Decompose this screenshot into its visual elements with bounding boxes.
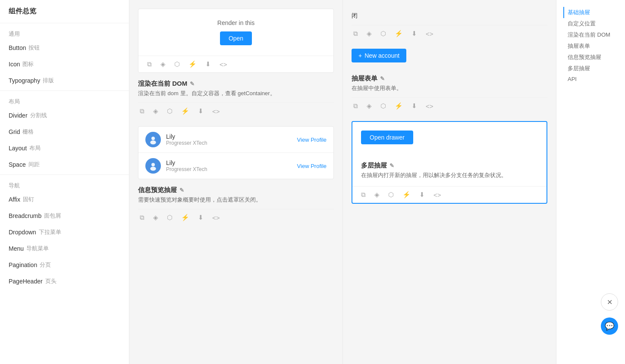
floating-tools: ✕ 💬	[601, 293, 618, 338]
user-item-2: Lily Progresser XTech View Profile	[138, 153, 333, 179]
copy-icon-1[interactable]: ⧉	[145, 59, 154, 69]
codepen-icon-r2[interactable]: ◈	[365, 101, 374, 111]
sidebar-item-affix[interactable]: Affix 固钉	[0, 191, 129, 208]
view-profile-1[interactable]: View Profile	[297, 137, 327, 143]
stackblitz-icon-2[interactable]: ⚡	[179, 106, 191, 116]
new-account-button[interactable]: + New account	[352, 49, 406, 62]
right-nav-drawer-form[interactable]: 抽屉表单	[563, 40, 618, 52]
multi-drawer-body: Open drawer	[352, 122, 546, 156]
code-icon-2[interactable]: <>	[210, 107, 222, 116]
render-current-dom-title: 渲染在当前 DOM ✎	[138, 80, 334, 88]
download-icon-r1[interactable]: ⬇	[410, 29, 419, 38]
codesandbox-icon-2[interactable]: ⬡	[165, 106, 174, 116]
codesandbox-icon-r2[interactable]: ⬡	[379, 101, 388, 111]
download-icon-1[interactable]: ⬇	[204, 59, 213, 69]
render-in-this-footer: ⧉ ◈ ⬡ ⚡ ⬇ <>	[138, 56, 333, 72]
codesandbox-icon-3[interactable]: ⬡	[165, 213, 174, 222]
user-list: Lily Progresser XTech View Profile	[138, 127, 333, 179]
multi-drawer-title: 多层抽屉 ✎	[361, 162, 538, 170]
view-profile-2[interactable]: View Profile	[297, 163, 327, 169]
codepen-icon-r3[interactable]: ◈	[373, 190, 381, 199]
copy-icon-r3[interactable]: ⧉	[359, 190, 367, 199]
sidebar-item-menu[interactable]: Menu 导航菜单	[0, 240, 129, 257]
multi-drawer-edit-icon[interactable]: ✎	[389, 162, 394, 169]
render-current-dom-edit-icon[interactable]: ✎	[190, 81, 195, 87]
download-icon-3[interactable]: ⬇	[196, 213, 205, 222]
user-company-2: Progresser XTech	[166, 166, 297, 172]
user-name-1: Lily	[166, 133, 297, 140]
codesandbox-icon-r3[interactable]: ⬡	[386, 190, 396, 199]
stackblitz-icon-r3[interactable]: ⚡	[401, 190, 412, 199]
copy-icon-2[interactable]: ⧉	[138, 106, 146, 116]
sidebar-section-layout: 布局	[0, 94, 129, 107]
drawer-form-title: 抽屉表单 ✎	[352, 75, 547, 83]
render-in-this-demo-body: Render in this Open	[138, 9, 333, 56]
info-preview-edit-icon[interactable]: ✎	[179, 187, 184, 193]
user-item-1: Lily Progresser XTech View Profile	[138, 127, 333, 153]
download-icon-r2[interactable]: ⬇	[410, 101, 419, 111]
multi-drawer-info: 多层抽屉 ✎ 在抽屉内打开新的抽屉，用以解决多分支任务的复杂状况。	[352, 156, 546, 186]
stackblitz-icon-r1[interactable]: ⚡	[393, 29, 405, 38]
sidebar-item-divider[interactable]: Divider 分割线	[0, 107, 129, 124]
tools-float-button[interactable]: ✕	[601, 293, 618, 311]
info-preview-footer: ⧉ ◈ ⬡ ⚡ ⬇ <>	[138, 209, 334, 226]
codepen-icon-1[interactable]: ◈	[159, 59, 167, 69]
download-icon-2[interactable]: ⬇	[196, 106, 205, 116]
download-icon-r3[interactable]: ⬇	[418, 190, 427, 199]
svg-point-5	[150, 167, 156, 171]
right-nav-basic-drawer[interactable]: 基础抽屉	[563, 7, 618, 18]
sidebar-item-grid[interactable]: Grid 栅格	[0, 124, 129, 140]
right-nav-custom-placement[interactable]: 自定义位置	[563, 18, 618, 29]
sidebar-divider-2	[0, 174, 129, 175]
sidebar-item-breadcrumb[interactable]: Breadcrumb 面包屑	[0, 208, 129, 224]
codepen-icon-2[interactable]: ◈	[151, 106, 160, 116]
code-icon-r3[interactable]: <>	[432, 190, 443, 199]
plus-icon: +	[358, 52, 362, 59]
closed-text: 闭	[352, 9, 547, 25]
open-button[interactable]: Open	[220, 31, 252, 45]
render-current-dom-section: 渲染在当前 DOM ✎ 渲染在当前 dom 里。自定义容器，查看 getCont…	[138, 80, 334, 119]
sidebar-item-pagination[interactable]: Pagination 分页	[0, 257, 129, 273]
right-nav-api[interactable]: API	[563, 74, 618, 84]
copy-icon-r1[interactable]: ⧉	[352, 29, 360, 38]
main-content: Render in this Open ⧉ ◈ ⬡ ⚡ ⬇ <> 渲染在当前 D…	[129, 0, 625, 364]
svg-point-1	[151, 137, 155, 140]
codesandbox-icon-1[interactable]: ⬡	[173, 59, 182, 69]
sidebar-item-pageheader[interactable]: PageHeader 页头	[0, 273, 129, 289]
info-preview-desc: 需要快速预览对象概要时使用，点击遮罩区关闭。	[138, 196, 334, 204]
new-account-demo: + New account	[352, 42, 547, 68]
open-drawer-button[interactable]: Open drawer	[361, 131, 413, 144]
chat-float-button[interactable]: 💬	[601, 317, 618, 335]
left-column: Render in this Open ⧉ ◈ ⬡ ⚡ ⬇ <> 渲染在当前 D…	[129, 0, 343, 364]
right-nav-render-current-dom[interactable]: 渲染在当前 DOM	[563, 29, 618, 40]
codepen-icon-r1[interactable]: ◈	[365, 29, 374, 38]
user-info-1: Lily Progresser XTech	[166, 133, 297, 146]
copy-icon-3[interactable]: ⧉	[138, 213, 146, 222]
stackblitz-icon-r2[interactable]: ⚡	[393, 101, 405, 111]
right-nav-multi-drawer[interactable]: 多层抽屉	[563, 63, 618, 74]
code-icon-r1[interactable]: <>	[424, 29, 435, 38]
sidebar-item-typography[interactable]: Typography 排版	[0, 72, 129, 89]
sidebar-item-layout[interactable]: Layout 布局	[0, 140, 129, 156]
copy-icon-r2[interactable]: ⧉	[352, 101, 360, 111]
sidebar-item-icon[interactable]: Icon 图标	[0, 56, 129, 72]
sidebar-section-nav: 导航	[0, 178, 129, 191]
code-icon-3[interactable]: <>	[210, 213, 222, 222]
stackblitz-icon-3[interactable]: ⚡	[179, 213, 191, 222]
sidebar-item-dropdown[interactable]: Dropdown 下拉菜单	[0, 224, 129, 240]
code-icon-1[interactable]: <>	[218, 60, 229, 69]
codepen-icon-3[interactable]: ◈	[151, 213, 160, 222]
drawer-form-edit-icon[interactable]: ✎	[380, 75, 385, 82]
info-preview-card: Lily Progresser XTech View Profile	[138, 126, 334, 179]
sidebar-divider-1	[0, 90, 129, 91]
stackblitz-icon-1[interactable]: ⚡	[187, 59, 198, 69]
drawer-form-footer: ⧉ ◈ ⬡ ⚡ ⬇ <>	[352, 97, 547, 114]
sidebar-item-button[interactable]: Button 按钮	[0, 40, 129, 56]
avatar-1	[145, 132, 161, 147]
codesandbox-icon-r1[interactable]: ⬡	[379, 29, 388, 38]
code-icon-r2[interactable]: <>	[424, 102, 435, 111]
right-nav-info-drawer[interactable]: 信息预览抽屉	[563, 52, 618, 63]
sidebar-item-space[interactable]: Space 间距	[0, 156, 129, 173]
drawer-form-section: 抽屉表单 ✎ 在抽屉中使用表单。 ⧉ ◈ ⬡ ⚡ ⬇ <>	[352, 75, 547, 114]
svg-point-2	[150, 140, 156, 144]
